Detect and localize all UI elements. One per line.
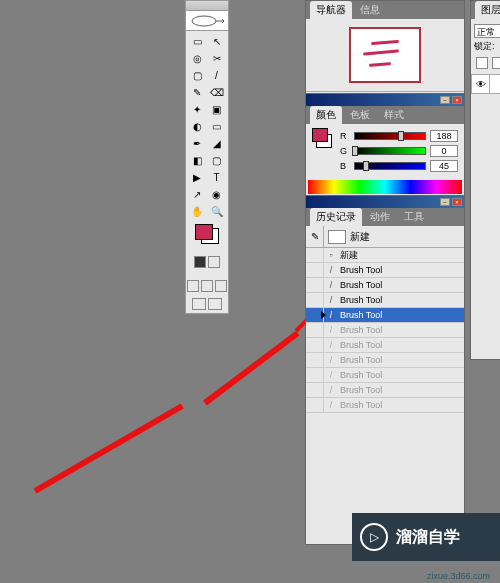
watermark-text: 溜溜自学 (396, 527, 460, 548)
history-item[interactable]: /Brush Tool (306, 278, 464, 293)
history-item[interactable]: /Brush Tool (306, 353, 464, 368)
tab-navigator[interactable]: 导航器 (310, 1, 352, 19)
color-spectrum[interactable] (308, 180, 462, 194)
tool-dodge[interactable]: ◢ (208, 135, 226, 151)
svg-point-0 (192, 16, 216, 26)
brush-icon: / (324, 265, 338, 275)
history-item[interactable]: /Brush Tool (306, 338, 464, 353)
history-state-col[interactable] (306, 278, 324, 292)
screen-standard[interactable] (187, 280, 199, 292)
history-item[interactable]: ▫新建 (306, 248, 464, 263)
watermark: ▷ 溜溜自学 (352, 513, 500, 561)
tab-color[interactable]: 颜色 (310, 106, 342, 124)
r-slider[interactable] (354, 132, 426, 140)
tool-crop[interactable]: ▢ (188, 67, 206, 83)
tool-heal[interactable]: ✎ (188, 84, 206, 100)
tab-styles[interactable]: 样式 (378, 106, 410, 124)
tool-path[interactable]: ◧ (188, 152, 206, 168)
history-item[interactable]: /Brush Tool (306, 323, 464, 338)
screen-full-menu[interactable] (201, 280, 213, 292)
history-item[interactable]: /Brush Tool (306, 398, 464, 413)
foreground-color[interactable] (195, 224, 213, 240)
history-item[interactable]: /Brush Tool (306, 293, 464, 308)
color-swatches[interactable] (195, 224, 219, 244)
tab-swatches[interactable]: 色板 (344, 106, 376, 124)
toolbox-handle[interactable] (186, 1, 228, 11)
jump-button[interactable] (208, 298, 222, 310)
r-label: R (340, 131, 350, 141)
history-label: Brush Tool (338, 355, 382, 365)
history-snapshot[interactable]: ✎ 新建 (306, 226, 464, 248)
tool-move[interactable]: ↖ (208, 33, 226, 49)
tool-eraser[interactable]: ◐ (188, 118, 206, 134)
history-state-col[interactable] (306, 263, 324, 277)
tool-hand[interactable]: ✋ (188, 203, 206, 219)
tool-marquee[interactable]: ▭ (188, 33, 206, 49)
b-label: B (340, 161, 350, 171)
b-slider[interactable] (354, 162, 426, 170)
history-brush-icon[interactable]: ✎ (306, 226, 324, 247)
brush-preview[interactable] (186, 11, 228, 31)
tool-lasso[interactable]: ◎ (188, 50, 206, 66)
tool-zoom[interactable]: 🔍 (208, 203, 226, 219)
lock-image[interactable] (492, 57, 500, 69)
tool-stamp[interactable]: ✦ (188, 101, 206, 117)
tool-history-brush[interactable]: ▣ (208, 101, 226, 117)
history-label: Brush Tool (338, 340, 382, 350)
history-item[interactable]: /Brush Tool (306, 383, 464, 398)
b-value[interactable]: 45 (430, 160, 458, 172)
history-panel: − × 历史记录 动作 工具 ✎ 新建 ▫新建/Brush Tool/Brush… (305, 195, 465, 545)
close-icon[interactable]: × (452, 96, 462, 104)
snapshot-label: 新建 (350, 230, 370, 244)
history-item[interactable]: /Brush Tool (306, 308, 464, 323)
g-slider[interactable] (354, 147, 426, 155)
history-state-col[interactable] (306, 353, 324, 367)
tool-pen[interactable]: ▶ (188, 169, 206, 185)
history-state-col[interactable] (306, 338, 324, 352)
navigator-thumbnail[interactable] (349, 27, 421, 83)
tool-shape[interactable]: T (208, 169, 226, 185)
brush-icon: / (324, 340, 338, 350)
tool-type[interactable]: ▢ (208, 152, 226, 168)
tool-blur[interactable]: ✒ (188, 135, 206, 151)
color-preview[interactable] (312, 128, 332, 148)
lock-transparency[interactable] (476, 57, 488, 69)
tool-wand[interactable]: ✂ (208, 50, 226, 66)
tool-brush[interactable]: ⌫ (208, 84, 226, 100)
tab-tools[interactable]: 工具 (398, 208, 430, 226)
close-icon[interactable]: × (452, 198, 462, 206)
tab-info[interactable]: 信息 (354, 1, 386, 19)
jump-to-imageready[interactable] (192, 298, 206, 310)
tool-notes[interactable]: ↗ (188, 186, 206, 202)
r-value[interactable]: 188 (430, 130, 458, 142)
screen-full[interactable] (215, 280, 227, 292)
tool-eyedropper[interactable]: ◉ (208, 186, 226, 202)
history-titlebar[interactable]: − × (306, 196, 464, 208)
visibility-icon[interactable]: 👁 (472, 75, 490, 93)
tab-actions[interactable]: 动作 (364, 208, 396, 226)
history-label: 新建 (338, 249, 358, 262)
tool-slice[interactable]: / (208, 67, 226, 83)
history-state-col[interactable] (306, 323, 324, 337)
minimize-icon[interactable]: − (440, 96, 450, 104)
tab-history[interactable]: 历史记录 (310, 208, 362, 226)
history-item[interactable]: /Brush Tool (306, 263, 464, 278)
color-titlebar[interactable]: − × (306, 94, 464, 106)
brush-stroke (34, 403, 184, 493)
history-state-col[interactable] (306, 398, 324, 412)
standard-mode[interactable] (194, 256, 206, 268)
history-state-col[interactable] (306, 248, 324, 262)
history-state-col[interactable] (306, 383, 324, 397)
blend-mode[interactable]: 正常 (474, 24, 500, 38)
history-item[interactable]: /Brush Tool (306, 368, 464, 383)
tool-gradient[interactable]: ▭ (208, 118, 226, 134)
g-value[interactable]: 0 (430, 145, 458, 157)
minimize-icon[interactable]: − (440, 198, 450, 206)
history-state-col[interactable] (306, 368, 324, 382)
layer-item[interactable]: 👁 (471, 74, 500, 94)
snapshot-thumb (328, 230, 346, 244)
history-state-col[interactable] (306, 293, 324, 307)
toolbox-panel: ▭ ↖ ◎ ✂ ▢ / ✎ ⌫ ✦ ▣ ◐ ▭ ✒ ◢ ◧ ▢ ▶ T ↗ ◉ … (185, 0, 229, 314)
tab-layers[interactable]: 图层 (475, 1, 500, 19)
quickmask-mode[interactable] (208, 256, 220, 268)
